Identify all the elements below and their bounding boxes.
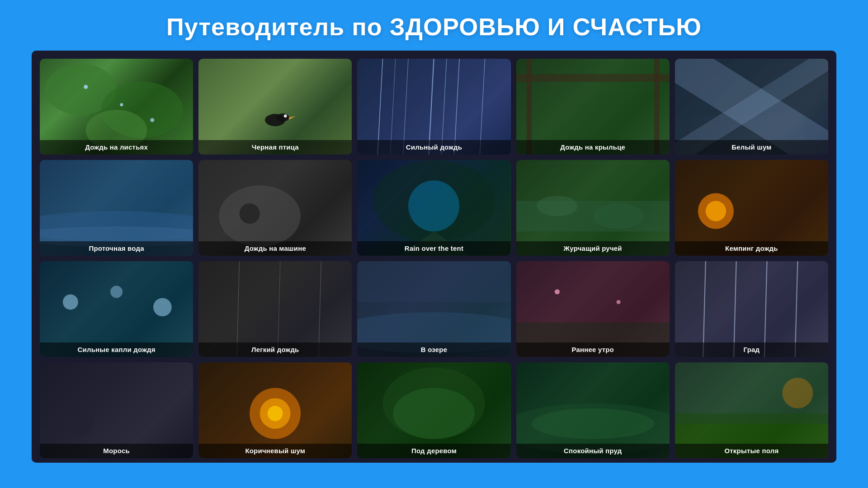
card-label-rain-car: Дождь на машине [198,241,352,256]
card-lake[interactable]: В озере [357,261,510,357]
svg-point-77 [782,378,813,408]
svg-point-71 [393,388,475,439]
card-label-hail: Град [675,343,828,357]
card-stream[interactable]: Журчащий ручей [516,160,670,256]
card-label-rain-leaves: Дождь на листьях [40,140,193,155]
svg-point-5 [150,118,154,122]
card-white-noise[interactable]: Белый шум [675,59,828,155]
card-early-morning[interactable]: Раннее утро [516,261,670,357]
card-label-brown-noise: Коричневый шум [198,444,352,458]
card-label-lake: В озере [357,343,510,357]
card-label-quiet-pond: Спокойный пруд [516,444,670,458]
svg-point-68 [268,406,283,421]
card-label-early-morning: Раннее утро [516,343,670,357]
card-label-heavy-drops: Сильные капли дождя [40,343,193,357]
page-header: Путеводитель по ЗДОРОВЬЮ И СЧАСТЬЮ [0,0,868,51]
card-label-rain-porch: Дождь на крыльце [516,140,670,155]
svg-point-44 [63,294,78,310]
svg-point-39 [593,203,644,229]
svg-point-64 [68,411,94,436]
card-camping-rain[interactable]: Кемпинг дождь [675,160,828,256]
svg-point-38 [537,196,577,216]
card-quiet-pond[interactable]: Спокойный пруд [516,362,670,458]
svg-point-74 [532,408,654,439]
card-grid: Дождь на листьяхЧерная птицаСильный дожд… [40,59,828,458]
card-label-light-rain: Легкий дождь [198,343,352,357]
card-drizzle[interactable]: Морось [40,362,193,458]
card-black-bird[interactable]: Черная птица [198,59,352,155]
card-label-rain-tent: Rain over the tent [357,241,510,256]
card-rain-porch[interactable]: Дождь на крыльце [516,59,670,155]
card-label-white-noise: Белый шум [675,140,828,155]
card-rain-car[interactable]: Дождь на машине [198,160,352,256]
card-open-fields[interactable]: Открытые поля [675,362,828,458]
svg-point-4 [120,103,123,106]
card-label-running-water: Проточная вода [40,241,193,256]
page-title: Путеводитель по ЗДОРОВЬЮ И СЧАСТЬЮ [0,13,868,41]
card-hail[interactable]: Град [675,261,828,357]
svg-point-31 [240,203,260,224]
card-label-heavy-rain: Сильный дождь [357,140,510,155]
card-label-black-bird: Черная птица [198,140,352,155]
svg-point-55 [554,289,559,294]
svg-point-56 [616,300,620,304]
svg-point-46 [153,298,172,316]
card-rain-leaves[interactable]: Дождь на листьях [40,59,193,155]
card-light-rain[interactable]: Легкий дождь [198,261,352,357]
card-brown-noise[interactable]: Коричневый шум [198,362,352,458]
svg-point-35 [408,180,459,231]
card-label-drizzle: Морось [40,444,193,458]
svg-point-30 [219,186,301,247]
svg-point-45 [110,286,123,298]
svg-rect-53 [357,261,510,302]
card-label-stream: Журчащий ручей [516,241,670,256]
card-running-water[interactable]: Проточная вода [40,160,193,256]
grid-container: Дождь на листьяхЧерная птицаСильный дожд… [32,51,836,463]
svg-point-10 [284,114,287,117]
svg-point-42 [706,201,726,221]
svg-point-3 [84,85,88,89]
card-label-under-tree: Под деревом [357,444,510,458]
card-label-camping-rain: Кемпинг дождь [675,241,828,256]
card-label-open-fields: Открытые поля [675,444,828,458]
svg-point-8 [277,113,289,122]
card-heavy-rain[interactable]: Сильный дождь [357,59,510,155]
card-rain-tent[interactable]: Rain over the tent [357,160,510,256]
card-under-tree[interactable]: Под деревом [357,362,510,458]
card-heavy-drops[interactable]: Сильные капли дождя [40,261,193,357]
svg-rect-22 [516,74,670,82]
